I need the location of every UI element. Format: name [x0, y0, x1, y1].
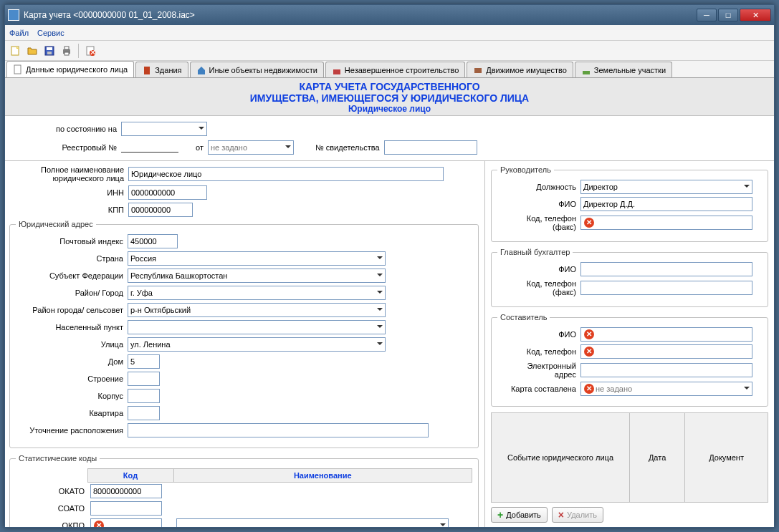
error-icon: ✕	[584, 329, 594, 339]
events-col-event[interactable]: Событие юридического лица	[492, 413, 630, 503]
head-fio-input[interactable]	[580, 197, 752, 211]
compiler-fio-input[interactable]	[580, 327, 752, 342]
coato-code-input[interactable]	[90, 501, 162, 516]
zip-input[interactable]	[128, 234, 178, 248]
fullname-input[interactable]	[128, 167, 444, 181]
events-table: Событие юридического лица Дата Документ	[491, 412, 768, 503]
events-col-doc[interactable]: Документ	[685, 413, 768, 503]
right-pane: Руководитель Должность ФИО Код, телефон(…	[485, 161, 774, 527]
tab-other-realty[interactable]: Иные объекты недвижимости	[190, 62, 324, 77]
regnum-input[interactable]	[121, 143, 178, 153]
kpp-label: КПП	[9, 205, 124, 214]
construction-icon	[332, 65, 342, 75]
stat-legend: Статистические коды	[16, 454, 100, 463]
land-icon	[581, 65, 591, 75]
print-icon[interactable]	[59, 44, 74, 58]
close-button[interactable]: ✕	[740, 9, 771, 21]
toolbar: ✕	[5, 41, 774, 61]
svg-rect-2	[47, 47, 52, 50]
house-label: Дом	[16, 357, 123, 366]
titlebar: Карта учета <0000000000 01_01_2008.iac> …	[5, 5, 774, 25]
street-select[interactable]	[128, 337, 386, 352]
menubar: Файл Сервис	[5, 25, 774, 41]
svg-rect-6	[64, 52, 69, 55]
head-fio-label: ФИО	[497, 200, 576, 208]
compiler-phone-input[interactable]	[580, 344, 752, 359]
clarify-input[interactable]	[128, 423, 429, 437]
from-label: от	[196, 143, 204, 152]
document-icon	[13, 64, 23, 74]
validate-icon[interactable]: ✕	[83, 44, 97, 58]
korpus-label: Корпус	[16, 392, 123, 400]
minimize-button[interactable]: ─	[697, 9, 717, 21]
menu-service[interactable]: Сервис	[37, 29, 64, 37]
svg-rect-13	[474, 68, 482, 73]
cert-input[interactable]	[384, 140, 477, 155]
tab-land[interactable]: Земельные участки	[575, 62, 672, 77]
movable-icon	[473, 65, 483, 75]
building-label: Строение	[16, 374, 123, 383]
accountant-group: Главный бухгалтер ФИО Код, телефон(факс)	[491, 248, 768, 307]
building-input[interactable]	[128, 372, 160, 386]
acct-fio-label: ФИО	[497, 265, 576, 274]
street-label: Улица	[16, 340, 123, 349]
subject-select[interactable]	[128, 269, 386, 283]
maximize-button[interactable]: □	[718, 9, 738, 21]
svg-rect-14	[583, 71, 590, 74]
svg-rect-10	[14, 65, 21, 74]
acct-phone-label: Код, телефон(факс)	[497, 279, 576, 296]
district-select[interactable]	[128, 303, 386, 317]
inn-input[interactable]	[128, 185, 207, 200]
tab-movable[interactable]: Движимое имущество	[467, 62, 573, 77]
events-col-date[interactable]: Дата	[630, 413, 685, 503]
country-label: Страна	[16, 254, 123, 263]
kpp-input[interactable]	[128, 203, 193, 217]
tab-buildings[interactable]: Здания	[135, 62, 188, 77]
tab-entity-data[interactable]: Данные юридического лица	[6, 61, 134, 77]
compiler-phone-label: Код, телефон	[497, 347, 576, 356]
okpo-label: ОКПО	[16, 517, 87, 527]
new-icon[interactable]	[8, 44, 22, 58]
compiler-email-label: Электронныйадрес	[497, 362, 576, 379]
open-icon[interactable]	[25, 44, 39, 58]
svg-rect-3	[47, 52, 52, 54]
zip-label: Почтовый индекс	[16, 237, 123, 246]
okato-code-input[interactable]	[90, 484, 162, 498]
head-group: Руководитель Должность ФИО Код, телефон(…	[491, 165, 768, 242]
top-fields: по состоянию на Реестровый № от № свидет…	[5, 116, 774, 160]
asof-date-input[interactable]	[121, 122, 207, 136]
head-pos-select[interactable]	[580, 180, 752, 194]
svg-rect-5	[64, 47, 69, 49]
from-date-input[interactable]	[208, 140, 294, 155]
house-input[interactable]	[128, 354, 160, 369]
settlement-select[interactable]	[128, 320, 386, 334]
address-legend: Юридический адрес	[16, 220, 96, 228]
menu-file[interactable]: Файл	[9, 29, 29, 37]
app-icon	[8, 9, 19, 21]
okpo-name-select[interactable]	[176, 518, 449, 527]
error-icon: ✕	[584, 384, 594, 394]
compiler-date-input[interactable]	[580, 382, 752, 396]
banner-line3: Юридическое лицо	[5, 104, 774, 114]
svg-text:✕: ✕	[90, 48, 96, 57]
tab-unfinished[interactable]: Незавершенное строительство	[325, 62, 465, 77]
clarify-label: Уточнение расположения	[16, 426, 123, 435]
plus-icon: +	[497, 509, 503, 521]
delete-button[interactable]: ×Удалить	[552, 507, 603, 523]
compiler-legend: Составитель	[497, 313, 550, 321]
tab-bar: Данные юридического лица Здания Иные объ…	[5, 61, 774, 78]
save-icon[interactable]	[42, 44, 57, 58]
error-icon: ✕	[94, 521, 104, 527]
city-select[interactable]	[128, 286, 386, 300]
acct-fio-input[interactable]	[580, 262, 752, 276]
acct-phone-input[interactable]	[580, 281, 752, 295]
head-phone-input[interactable]	[580, 216, 752, 230]
stat-name-header: Наименование	[173, 469, 472, 483]
korpus-input[interactable]	[128, 389, 160, 403]
country-select[interactable]	[128, 251, 386, 266]
apartment-input[interactable]	[128, 406, 160, 420]
add-button[interactable]: +Добавить	[491, 507, 548, 523]
head-legend: Руководитель	[497, 165, 554, 174]
compiler-email-input[interactable]	[580, 363, 752, 377]
banner: КАРТА УЧЕТА ГОСУДАРСТВЕННОГО ИМУЩЕСТВА, …	[5, 78, 774, 116]
